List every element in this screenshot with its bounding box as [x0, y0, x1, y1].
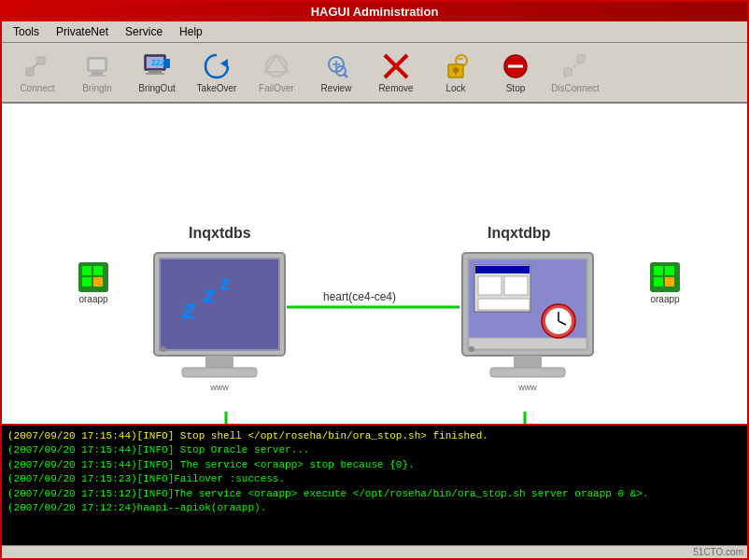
disconnect-button[interactable]: DisConnect: [547, 47, 603, 98]
review-button[interactable]: Review: [308, 47, 364, 98]
menu-bar: Tools PrivateNet Service Help: [2, 21, 747, 43]
svg-text:www: www: [517, 383, 537, 392]
diagram-area: Inqxtdbs Inqxtdbp heart(ce4-ce4) oraapp: [2, 104, 747, 424]
svg-rect-81: [490, 368, 565, 377]
svg-rect-71: [475, 266, 530, 273]
connect-label: Connect: [20, 83, 54, 93]
log-line: (2007/09/20 17:15:44)[INFO] Stop Oracle …: [7, 443, 742, 457]
svg-rect-8: [148, 70, 162, 73]
svg-rect-56: [665, 277, 674, 287]
window-title: HAGUI Administration: [311, 5, 439, 19]
log-line: (2007/09/20 17:15:44)[INFO] The service …: [7, 458, 742, 472]
remove-label: Remove: [378, 83, 413, 93]
svg-rect-48: [82, 266, 92, 275]
left-monitor: z z z www: [149, 248, 290, 413]
svg-marker-14: [220, 59, 228, 68]
svg-rect-50: [82, 277, 92, 287]
svg-rect-59: [161, 259, 278, 349]
svg-rect-33: [564, 68, 572, 76]
bringin-icon: [82, 51, 112, 81]
menu-help[interactable]: Help: [172, 23, 210, 40]
takeover-button[interactable]: TakeOver: [189, 47, 245, 98]
menu-privatenet[interactable]: PrivateNet: [49, 23, 116, 40]
lock-icon: [441, 51, 471, 81]
left-oraapp-label: oraapp: [78, 294, 107, 304]
svg-text:www: www: [209, 383, 229, 392]
stop-icon: [501, 51, 530, 81]
svg-point-65: [161, 346, 166, 352]
log-line: (2007/09/20 17:15:44)[INFO] Stop shell <…: [7, 429, 742, 443]
main-window: HAGUI Administration Tools PrivateNet Se…: [0, 0, 749, 560]
takeover-label: TakeOver: [197, 83, 237, 93]
bringout-icon: zzz: [142, 51, 172, 81]
title-bar: HAGUI Administration: [2, 2, 747, 21]
svg-text:zzz: zzz: [151, 57, 165, 67]
svg-rect-72: [478, 276, 502, 295]
disconnect-icon: [560, 51, 590, 81]
bringin-button[interactable]: BringIn: [69, 47, 125, 98]
stop-label: Stop: [506, 83, 526, 93]
log-console[interactable]: (2007/09/20 17:15:44)[INFO] Stop shell <…: [2, 424, 747, 545]
right-oraapp-icon: oraapp: [648, 260, 682, 304]
log-line: (2007/09/20 17:15:12)[INFO]The service <…: [7, 487, 742, 501]
lock-label: Lock: [445, 83, 465, 93]
svg-point-82: [469, 346, 474, 352]
log-line: (2007/09/20 17:15:23)[INFO]Failover :suc…: [7, 472, 742, 486]
svg-rect-74: [478, 299, 530, 310]
right-monitor: www: [458, 248, 598, 413]
svg-rect-9: [146, 73, 164, 75]
bringin-label: BringIn: [82, 83, 112, 93]
menu-service[interactable]: Service: [118, 23, 170, 40]
svg-rect-2: [26, 68, 34, 76]
bringout-label: BringOut: [138, 83, 175, 93]
svg-rect-4: [92, 72, 103, 75]
svg-rect-51: [93, 277, 103, 287]
watermark-label: 51CTO.com: [693, 547, 743, 557]
connect-icon: [22, 51, 52, 81]
left-node-label: Inqxtdbs: [189, 225, 251, 242]
svg-rect-55: [654, 277, 663, 287]
remove-icon: [381, 51, 411, 81]
menu-tools[interactable]: Tools: [6, 23, 47, 40]
disconnect-label: DisConnect: [551, 83, 600, 93]
svg-rect-53: [654, 266, 663, 275]
svg-rect-5: [89, 75, 106, 77]
svg-rect-6: [90, 60, 105, 69]
svg-rect-1: [37, 57, 45, 64]
takeover-icon: [202, 51, 232, 81]
svg-rect-49: [93, 266, 103, 275]
svg-rect-75: [469, 338, 586, 349]
status-bar: 51CTO.com: [2, 545, 747, 558]
svg-line-19: [344, 74, 347, 77]
log-line: (2007/09/20 17:12:24)haapi--apiok(oraapp…: [7, 501, 742, 515]
svg-rect-54: [665, 266, 674, 275]
heart-label: heart(ce4-ce4): [319, 290, 400, 303]
svg-marker-16: [265, 55, 288, 72]
stop-button[interactable]: Stop: [488, 47, 544, 98]
connect-button[interactable]: Connect: [9, 47, 65, 98]
network-lines: [2, 104, 747, 424]
svg-text:z: z: [203, 282, 216, 307]
svg-rect-32: [577, 55, 585, 63]
review-label: Review: [321, 83, 352, 93]
remove-button[interactable]: Remove: [368, 47, 424, 98]
bringout-button[interactable]: zzz BringOut: [129, 47, 185, 98]
right-oraapp-label: oraapp: [650, 294, 679, 304]
right-node-label: Inqxtdbp: [488, 225, 551, 242]
main-content: Inqxtdbs Inqxtdbp heart(ce4-ce4) oraapp: [2, 104, 747, 545]
svg-text:z: z: [219, 273, 231, 293]
svg-rect-73: [504, 276, 528, 295]
review-icon: [321, 51, 351, 81]
failover-button[interactable]: FailOver: [248, 47, 304, 98]
svg-rect-64: [182, 368, 257, 377]
svg-text:z: z: [181, 295, 196, 324]
failover-icon: [261, 51, 291, 81]
lock-button[interactable]: Lock: [428, 47, 484, 98]
failover-label: FailOver: [259, 83, 294, 93]
left-oraapp-icon: oraapp: [77, 260, 110, 304]
toolbar: Connect BringIn: [2, 43, 747, 104]
